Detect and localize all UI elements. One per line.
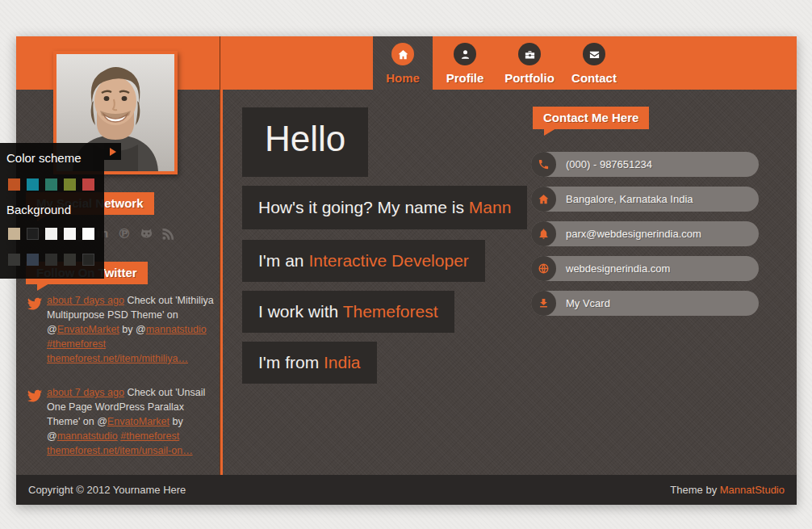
pinterest-icon[interactable]: ℗ — [116, 225, 132, 242]
accent-text: Themeforest — [343, 302, 438, 321]
tweet-link[interactable]: mannatstudio — [146, 324, 207, 335]
tweet-link[interactable]: #themeforest — [120, 430, 179, 442]
briefcase-icon — [518, 43, 541, 65]
home-icon — [531, 187, 556, 212]
main-container: HomeProfilePortfolioContact My Social Ne… — [16, 36, 797, 505]
contact-item-text: (000) - 987651234 — [566, 158, 652, 170]
contact-item-text: webdesignerindia.com — [566, 262, 670, 275]
tweet-link[interactable]: EnvatoMarket — [107, 416, 170, 427]
background-title: Background — [6, 203, 98, 216]
person-icon — [454, 43, 476, 65]
download-icon — [531, 291, 556, 316]
copyright-text: Copyright © 2012 Yourname Here — [28, 484, 186, 496]
color-swatch[interactable] — [64, 178, 76, 191]
nav-item-portfolio[interactable]: Portfolio — [497, 36, 562, 90]
tweet-text: about 7 days ago Check out 'Unsail One P… — [47, 385, 220, 458]
tweet-link[interactable]: about 7 days ago — [47, 295, 124, 306]
tweet-link[interactable]: #themeforest — [47, 338, 106, 350]
contact-item-bell[interactable]: parx@webdesignerindia.com — [531, 221, 759, 246]
tweet-link[interactable]: mannatstudio — [57, 430, 118, 442]
globe-icon — [531, 256, 556, 281]
twitter-bird-icon — [26, 295, 45, 316]
panel-toggle-arrow-icon[interactable] — [104, 143, 121, 160]
background-swatch[interactable] — [8, 254, 20, 266]
hero-work: I work with Themeforest — [242, 291, 454, 333]
background-swatches-row2 — [8, 254, 98, 266]
tweet-link[interactable]: about 7 days ago — [47, 387, 124, 398]
plain-text: Hello — [265, 119, 345, 158]
background-swatch[interactable] — [27, 254, 39, 266]
tweet-link[interactable]: themeforest.net/item/mithiliya… — [47, 353, 188, 364]
color-swatch[interactable] — [45, 178, 57, 191]
plain-text: I'm from — [258, 353, 324, 372]
tweet-text: about 7 days ago Check out 'Mithiliya Mu… — [47, 293, 220, 366]
hero-location: I'm from India — [242, 342, 377, 384]
nav-item-home[interactable]: Home — [373, 36, 433, 90]
contact-item-text: My Vcard — [566, 297, 610, 309]
nav-item-profile[interactable]: Profile — [433, 36, 497, 90]
background-swatch[interactable] — [27, 228, 39, 240]
contact-item-text: parx@webdesignerindia.com — [566, 228, 701, 240]
tweet-link[interactable]: EnvatoMarket — [57, 324, 119, 335]
bell-icon — [531, 221, 556, 246]
color-scheme-title: Color scheme — [6, 151, 98, 165]
color-swatch[interactable] — [8, 178, 20, 191]
hero-hello: Hello — [242, 107, 368, 177]
nav-item-contact[interactable]: Contact — [562, 36, 626, 90]
plain-text: I'm an — [258, 251, 308, 270]
contact-item-text: Bangalore, Karnataka India — [566, 193, 693, 205]
contact-item-home[interactable]: Bangalore, Karnataka India — [531, 187, 759, 212]
background-swatch[interactable] — [82, 228, 94, 240]
theme-author-link[interactable]: MannatStudio — [720, 484, 785, 496]
hero-role: I'm an Interactive Developer — [242, 240, 485, 282]
background-swatch[interactable] — [8, 228, 20, 240]
nav-item-label: Home — [386, 71, 420, 85]
accent-text: Mann — [469, 198, 512, 216]
nav-item-label: Portfolio — [504, 71, 555, 85]
twitter-bird-icon — [26, 387, 45, 408]
hero-intro: How's it going? My name is Mann — [242, 186, 527, 229]
home-icon — [391, 43, 414, 65]
contact-item-download[interactable]: My Vcard — [531, 291, 759, 316]
nav-item-label: Contact — [571, 71, 617, 85]
color-scheme-panel: Color scheme Background — [0, 143, 104, 279]
background-swatch[interactable] — [64, 254, 76, 266]
theme-by-text: Theme by — [670, 484, 719, 496]
accent-text: Interactive Developer — [308, 251, 468, 270]
background-swatch[interactable] — [45, 228, 57, 240]
contact-item-phone[interactable]: (000) - 987651234 — [531, 152, 759, 177]
footer: Copyright © 2012 Yourname Here Theme by … — [16, 475, 797, 505]
envelope-icon — [583, 43, 605, 65]
plain-text: by @ — [119, 324, 146, 335]
main-nav: HomeProfilePortfolioContact — [373, 36, 626, 90]
tweet-item: about 7 days ago Check out 'Unsail One P… — [26, 385, 226, 458]
background-swatch[interactable] — [64, 228, 76, 240]
plain-text: How's it going? My name is — [258, 198, 469, 216]
background-swatches-row1 — [8, 228, 98, 240]
color-swatch[interactable] — [82, 178, 94, 191]
tweet-link[interactable]: themeforest.net/item/unsail-on… — [47, 445, 193, 456]
phone-icon — [531, 152, 556, 177]
rss-icon[interactable] — [160, 225, 176, 242]
contact-item-globe[interactable]: webdesignerindia.com — [531, 256, 759, 281]
background-swatch[interactable] — [82, 254, 94, 266]
color-swatch[interactable] — [27, 178, 39, 191]
nav-item-label: Profile — [446, 71, 484, 85]
theme-credit: Theme by MannatStudio — [670, 484, 785, 496]
plain-text: I work with — [258, 302, 343, 321]
contact-section-title: Contact Me Here — [533, 107, 649, 129]
tweet-item: about 7 days ago Check out 'Mithiliya Mu… — [26, 293, 226, 366]
github-icon[interactable] — [138, 225, 154, 242]
accent-text: India — [324, 353, 361, 372]
background-swatch[interactable] — [45, 254, 57, 266]
scheme-swatches — [8, 178, 98, 191]
